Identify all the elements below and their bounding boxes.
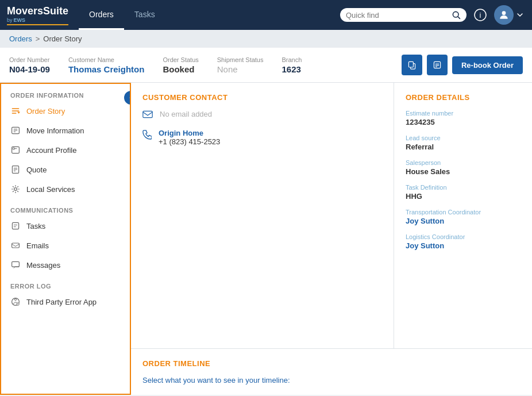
sidebar-item-label-messages: Messages	[26, 261, 60, 270]
order-number-value: N04-19-09	[9, 64, 50, 74]
breadcrumb-current: Order Story	[43, 34, 82, 43]
local-services-icon	[10, 184, 21, 194]
task-definition-field: Task Definition HHG	[406, 184, 521, 201]
sidebar-item-emails[interactable]: Emails	[1, 236, 130, 255]
sidebar-item-label-quote: Quote	[26, 166, 47, 174]
order-header-actions: Re-book Order	[402, 55, 523, 75]
order-number-label: Order Number	[9, 56, 50, 63]
tasks-icon	[10, 221, 21, 230]
logistics-coordinator-value[interactable]: Joy Sutton	[406, 241, 521, 250]
salesperson-label: Salesperson	[406, 159, 521, 166]
shipment-status-label: Shipment Status	[217, 56, 264, 63]
customer-name-value: Thomas Creighton	[68, 64, 145, 74]
account-profile-icon	[10, 145, 21, 155]
order-details-title: ORDER DETAILS	[406, 93, 521, 102]
order-details-panel: ORDER DETAILS Estimate number 1234235 Le…	[394, 83, 532, 348]
order-status-value: Booked	[163, 64, 198, 74]
transportation-coordinator-value[interactable]: Joy Sutton	[406, 217, 521, 225]
email-row: No email added	[142, 110, 382, 121]
logistics-coordinator-field: Logistics Coordinator Joy Sutton	[406, 233, 521, 250]
info-button[interactable]: i	[471, 6, 489, 24]
order-timeline-panel: ORDER TIMELINE Select what you want to s…	[131, 348, 532, 395]
phone-label: Origin Home	[159, 129, 220, 137]
sidebar-item-move-information[interactable]: Move Information	[1, 121, 130, 140]
phone-number: +1 (823) 415-2523	[159, 137, 220, 146]
phone-row: Origin Home +1 (823) 415-2523	[142, 129, 382, 146]
order-header: Order Number N04-19-09 Customer Name Tho…	[0, 48, 532, 83]
search-button[interactable]	[452, 10, 461, 20]
breadcrumb-orders[interactable]: Orders	[9, 34, 32, 43]
sidebar-item-local-services[interactable]: Local Services	[1, 179, 130, 199]
svg-point-36	[18, 305, 18, 305]
sidebar-item-quote[interactable]: Quote	[1, 160, 130, 179]
order-number-field: Order Number N04-19-09	[9, 56, 50, 74]
customer-name-field: Customer Name Thomas Creighton	[68, 56, 145, 74]
svg-rect-11	[12, 108, 20, 109]
user-menu-chevron[interactable]	[515, 6, 525, 24]
search-box	[340, 8, 467, 22]
estimate-number-value: 1234235	[406, 118, 521, 126]
sidebar-item-order-story[interactable]: Order Story	[1, 101, 130, 121]
nav-tabs: Orders Tasks	[79, 0, 165, 30]
svg-rect-7	[434, 61, 440, 68]
branch-label: Branch	[282, 56, 302, 63]
svg-point-33	[14, 298, 16, 300]
task-definition-label: Task Definition	[406, 184, 521, 191]
salesperson-field: Salesperson House Sales	[406, 159, 521, 176]
sidebar: ORDER INFORMATION Order Story	[0, 83, 131, 395]
move-information-icon	[10, 126, 21, 135]
transportation-coordinator-field: Transportation Coordinator Joy Sutton	[406, 209, 521, 225]
notes-button[interactable]	[427, 55, 448, 75]
emails-icon	[10, 241, 21, 250]
logo-by: by	[7, 17, 13, 23]
breadcrumb-separator: >	[36, 34, 40, 43]
order-status-field: Order Status Booked	[163, 56, 198, 74]
messages-icon	[10, 260, 21, 270]
customer-name-label: Customer Name	[68, 56, 145, 63]
task-definition-value: HHG	[406, 192, 521, 201]
quote-icon	[10, 165, 21, 174]
sidebar-item-third-party-error[interactable]: Third Party Error App	[1, 292, 130, 312]
sidebar-item-account-profile[interactable]: Account Profile	[1, 140, 130, 160]
phone-icon	[142, 129, 152, 142]
breadcrumb: Orders > Order Story	[0, 30, 532, 48]
sidebar-section-comms: COMMUNICATIONS	[1, 199, 130, 216]
sidebar-item-label-account-profile: Account Profile	[26, 146, 76, 155]
estimate-number-label: Estimate number	[406, 110, 521, 117]
sidebar-item-label-local-services: Local Services	[26, 185, 75, 194]
branch-field: Branch 1623	[282, 56, 302, 74]
nav-tab-tasks[interactable]: Tasks	[124, 0, 165, 30]
shipment-status-field: Shipment Status None	[217, 56, 264, 74]
svg-rect-31	[12, 262, 20, 267]
user-area	[494, 5, 525, 25]
avatar	[494, 5, 514, 25]
svg-rect-6	[408, 61, 413, 67]
nav-tab-orders[interactable]: Orders	[79, 0, 124, 30]
sidebar-item-tasks[interactable]: Tasks	[1, 216, 130, 236]
search-area: i	[340, 5, 525, 25]
sidebar-item-label-emails: Emails	[26, 241, 49, 250]
sidebar-item-label-third-party-error: Third Party Error App	[26, 298, 97, 306]
customer-contact-title: CUSTOMER CONTACT	[142, 93, 382, 102]
phone-details: Origin Home +1 (823) 415-2523	[159, 129, 220, 146]
branch-value: 1623	[282, 64, 302, 74]
search-input[interactable]	[346, 11, 452, 20]
main-layout: ORDER INFORMATION Order Story	[0, 83, 532, 395]
sidebar-item-label-tasks: Tasks	[26, 222, 45, 230]
third-party-error-icon	[10, 297, 21, 306]
copy-button[interactable]	[402, 55, 422, 75]
svg-rect-13	[12, 113, 17, 114]
svg-rect-21	[13, 148, 14, 149]
lead-source-value: Referral	[406, 143, 521, 151]
transportation-coordinator-label: Transportation Coordinator	[406, 209, 521, 216]
logo-ews: EWS	[14, 17, 26, 23]
svg-rect-27	[12, 222, 18, 229]
content-area: CUSTOMER CONTACT No email added	[131, 83, 532, 395]
sidebar-item-messages[interactable]: Messages	[1, 255, 130, 275]
estimate-number-field: Estimate number 1234235	[406, 110, 521, 126]
sidebar-item-label-order-story: Order Story	[26, 107, 65, 116]
logo-movers: Movers	[7, 5, 43, 17]
svg-text:i: i	[480, 11, 481, 20]
rebook-order-button[interactable]: Re-book Order	[452, 56, 523, 74]
logo-suite: Suite	[43, 5, 68, 17]
